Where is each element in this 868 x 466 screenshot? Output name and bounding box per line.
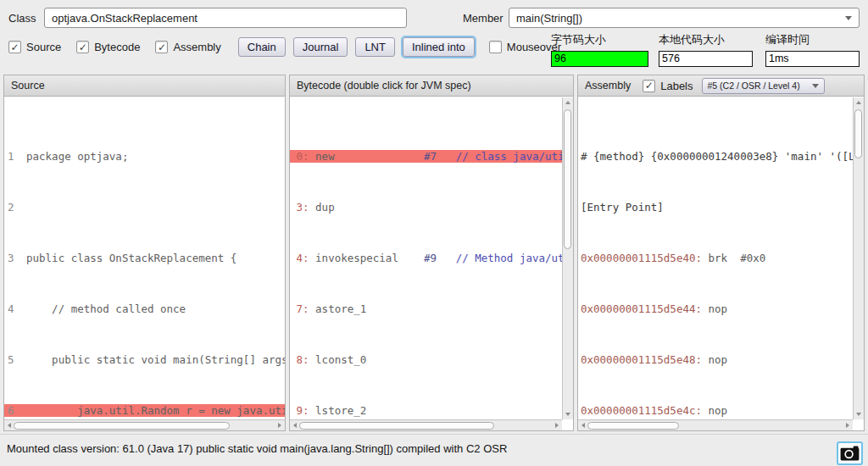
bytecode-line[interactable]: 9:lstore_2 [290,404,562,417]
bytecode-offset: 4: [290,252,309,264]
source-line[interactable]: 3public class OnStackReplacement { [4,252,285,264]
bytecode-pane-header: Bytecode (double click for JVM spec) [290,75,573,97]
assembly-address: 0x00000001115d5e40: [581,252,702,264]
bytecode-line[interactable]: 4:invokespecial#9// Method java/util/Ran… [290,252,562,264]
assembly-line[interactable]: 0x00000001115d5e48: nop [581,353,853,366]
assembly-pane-header: Assembly ✓ Labels #5 (C2 / OSR / Level 4… [578,75,864,97]
line-text: package optjava; [26,150,128,163]
source-code: 1package optjava; 2 3public class OnStac… [4,97,285,419]
member-value: main(String[]) [516,12,845,25]
stat-label: 本地代码大小 [659,32,753,47]
camera-icon [840,446,860,461]
mouseover-checkbox[interactable]: ✓ [489,41,502,53]
check-icon: ✓ [645,80,654,91]
bytecode-pane: Bytecode (double click for JVM spec) 0:n… [289,75,574,431]
assembly-line[interactable]: # {method} {0x00000001240003e8} 'main' '… [581,150,853,163]
line-text: public static void main(String[] args) { [26,353,285,366]
bytecode-hscrollbar[interactable] [290,419,562,430]
line-text: // method called once [26,302,186,315]
scroll-left-icon[interactable] [8,423,11,428]
scroll-right-icon[interactable] [555,423,559,428]
checkbox-label: Bytecode [94,41,140,53]
assembly-pane-title: Assembly [585,80,631,92]
line-number: 5 [4,353,26,366]
scroll-left-icon[interactable] [293,423,297,428]
scroll-left-icon[interactable] [581,423,585,428]
check-icon: ✓ [10,42,19,53]
line-number: 1 [4,150,26,163]
bytecode-mnemonic: astore_1 [315,302,424,315]
assembly-hscrollbar[interactable] [578,419,853,430]
scrollbar-thumb[interactable] [854,109,862,158]
bytecode-line[interactable]: 7:astore_1 [290,302,562,315]
scrollbar-thumb[interactable] [587,422,679,430]
checkbox-label: Source [26,41,61,53]
action-button[interactable]: Inlined into [403,37,475,57]
bytecode-mnemonic: new [315,150,424,163]
assembly-address: 0x00000001115d5e44: [581,302,702,315]
screenshot-button[interactable] [837,441,863,465]
compilation-select[interactable]: #5 (C2 / OSR / Level 4) [702,78,825,94]
source-line[interactable]: 6 java.util.Random r = new java.util.Ran… [4,404,285,417]
button-label: LNT [364,41,386,53]
action-button-group: Chain Journal LNT Inlined into [238,37,482,57]
line-text: java.util.Random r = new java.util.Rando… [26,404,285,417]
view-toggle[interactable]: ✓ Bytecode [76,41,140,53]
bytecode-mnemonic: invokespecial [315,252,424,264]
assembly-vscrollbar[interactable] [853,97,864,419]
labels-checkbox[interactable]: ✓ [643,80,655,92]
view-toggle[interactable]: ✓ Source [8,41,61,53]
assembly-instruction: nop [702,302,727,315]
action-button[interactable]: Journal [293,37,348,57]
stat-block: 字节码大小 96 [551,32,648,67]
labels-toggle[interactable]: ✓ Labels [643,80,693,92]
stat-label: 编译时间 [765,32,860,47]
bytecode-line[interactable]: 3:dup [290,201,562,214]
checkbox[interactable]: ✓ [155,41,168,53]
bytecode-operand: #9 [424,252,456,264]
source-hscrollbar[interactable] [4,419,285,430]
bytecode-offset: 8: [290,353,309,366]
stat-value: 576 [659,51,753,67]
scroll-right-icon[interactable] [846,423,849,428]
line-number: 4 [4,302,26,315]
source-line[interactable]: 1package optjava; [4,150,285,163]
scroll-up-icon[interactable] [565,101,570,104]
line-number: 2 [4,201,26,214]
bytecode-offset: 9: [290,404,309,417]
assembly-instruction: [Entry Point] [581,201,664,214]
checkbox[interactable]: ✓ [8,41,21,53]
assembly-line[interactable]: [Entry Point] [581,201,853,214]
stat-value: 96 [551,51,648,67]
action-button[interactable]: Chain [238,37,286,57]
bytecode-vscrollbar[interactable] [562,97,573,419]
view-toolbar: ✓ Source ✓ Bytecode ✓ Assembly Chain Jou… [8,37,576,57]
assembly-line[interactable]: 0x00000001115d5e44: nop [581,302,853,315]
scrollbar-thumb[interactable] [14,422,230,430]
member-combobox[interactable]: main(String[]) [509,8,860,28]
source-pane: Source 1package optjava; 2 3public class… [3,75,286,431]
labels-label: Labels [660,80,693,92]
bytecode-comment: // class java/util/Random [456,150,562,163]
checkbox[interactable]: ✓ [76,41,89,53]
scroll-down-icon[interactable] [856,413,861,416]
source-line[interactable]: 5 public static void main(String[] args)… [4,353,285,366]
assembly-line[interactable]: 0x00000001115d5e4c: nop [581,404,853,417]
class-input[interactable] [44,8,407,28]
member-label: Member [463,12,504,25]
scrollbar-thumb[interactable] [564,109,571,249]
source-line[interactable]: 2 [4,201,285,214]
scroll-down-icon[interactable] [565,413,570,416]
view-toggle[interactable]: ✓ Assembly [155,41,220,53]
bytecode-line[interactable]: 8:lconst_0 [290,353,562,366]
bytecode-line[interactable]: 0:new#7// class java/util/Random [290,150,562,163]
source-line[interactable]: 4 // method called once [4,302,285,315]
checkbox-label: Assembly [173,41,220,53]
scrollbar-thumb[interactable] [299,422,494,430]
scroll-right-icon[interactable] [278,423,281,428]
action-button[interactable]: LNT [355,37,395,57]
assembly-address: 0x00000001115d5e4c: [581,404,702,417]
assembly-line[interactable]: 0x00000001115d5e40: brk #0x0 [581,252,853,264]
button-label: Chain [248,41,276,53]
scroll-up-icon[interactable] [856,101,861,104]
